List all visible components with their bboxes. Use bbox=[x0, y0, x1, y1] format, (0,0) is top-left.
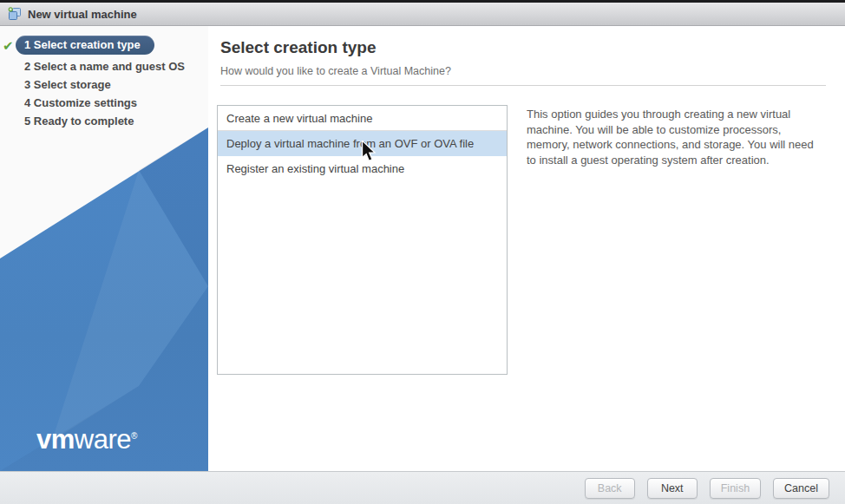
new-vm-wizard-window: New virtual machine ✔ 1 Select creation … bbox=[0, 0, 845, 504]
new-vm-icon bbox=[7, 6, 23, 22]
page-title: Select creation type bbox=[220, 38, 826, 57]
step-customize-settings[interactable]: 4 Customize settings bbox=[0, 94, 208, 112]
creation-type-listbox: Create a new virtual machine Deploy a vi… bbox=[217, 105, 508, 375]
finish-button: Finish bbox=[710, 478, 761, 499]
header-divider bbox=[220, 85, 826, 86]
window-title: New virtual machine bbox=[28, 8, 137, 21]
step-completed-check-icon: ✔ bbox=[3, 38, 14, 54]
vmware-logo: vmware® bbox=[0, 424, 174, 455]
cancel-button[interactable]: Cancel bbox=[773, 478, 829, 499]
back-button: Back bbox=[585, 478, 635, 499]
window-titlebar: New virtual machine bbox=[0, 0, 845, 26]
wizard-footer: Back Next Finish Cancel bbox=[0, 471, 845, 504]
wizard-sidebar: ✔ 1 Select creation type 2 Select a name… bbox=[0, 26, 208, 471]
option-register-existing-vm[interactable]: Register an existing virtual machine bbox=[218, 156, 507, 181]
page-subtitle: How would you like to create a Virtual M… bbox=[220, 65, 826, 77]
wizard-step-list: ✔ 1 Select creation type 2 Select a name… bbox=[0, 26, 208, 130]
step-select-creation-type[interactable]: 1 Select creation type bbox=[16, 36, 154, 55]
wizard-content: Select creation type How would you like … bbox=[208, 26, 845, 471]
step-select-storage[interactable]: 3 Select storage bbox=[0, 75, 208, 94]
next-button[interactable]: Next bbox=[647, 478, 698, 499]
step-ready-to-complete[interactable]: 5 Ready to complete bbox=[0, 112, 208, 130]
option-deploy-ovf-ova[interactable]: Deploy a virtual machine from an OVF or … bbox=[218, 131, 507, 156]
option-description: This option guides you through creating … bbox=[527, 105, 826, 375]
option-create-new-vm[interactable]: Create a new virtual machine bbox=[218, 106, 507, 131]
step-select-name-guest-os[interactable]: 2 Select a name and guest OS bbox=[0, 57, 208, 75]
